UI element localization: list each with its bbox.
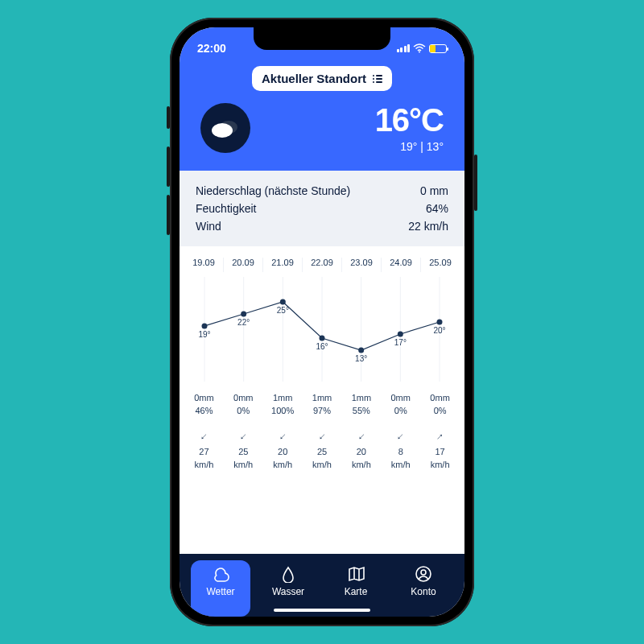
- forecast-precipitation: 0mm46%0mm0%1mm100%1mm97%1mm55%0mm0%0mm0%: [184, 390, 460, 420]
- forecast-precip-col: 0mm46%: [184, 390, 224, 420]
- svg-point-25: [421, 570, 426, 575]
- svg-point-14: [280, 299, 286, 305]
- weather-stats: Niederschlag (nächste Stunde) 0 mm Feuch…: [180, 171, 464, 246]
- svg-text:20°: 20°: [433, 326, 445, 335]
- weather-header: Aktueller Standort 16°C 19° | 13°: [180, 61, 464, 171]
- phone-frame: 22:00 Aktueller Standort: [170, 18, 474, 626]
- stat-row-precip: Niederschlag (nächste Stunde) 0 mm: [196, 182, 448, 200]
- tab-wetter[interactable]: Wetter: [191, 560, 250, 617]
- forecast-wind-col: ↑20km/h: [263, 427, 303, 474]
- svg-text:19°: 19°: [198, 330, 210, 339]
- wind-direction-icon: ↑: [275, 429, 290, 444]
- svg-text:16°: 16°: [316, 342, 328, 351]
- tab-bar: WetterWasserKarteKonto: [180, 554, 464, 617]
- tab-label: Karte: [345, 586, 368, 597]
- wind-direction-icon: ↑: [394, 429, 408, 444]
- forecast-wind-col: ↑25km/h: [224, 427, 263, 474]
- wind-direction-icon: ↑: [354, 429, 369, 444]
- tab-konto[interactable]: Konto: [394, 560, 453, 617]
- forecast-date: 25.09: [421, 258, 460, 272]
- home-indicator[interactable]: [274, 609, 370, 612]
- forecast-temperature-chart: 19°22°25°16°13°17°20°: [184, 277, 460, 382]
- stat-value: 0 mm: [420, 184, 448, 197]
- svg-point-2: [212, 123, 233, 138]
- forecast-date: 19.09: [184, 258, 224, 272]
- stat-label: Wind: [196, 220, 221, 233]
- karte-icon: [347, 565, 365, 583]
- svg-point-20: [398, 332, 403, 337]
- forecast-wind-col: ↑25km/h: [303, 427, 342, 474]
- forecast-precip-col: 1mm100%: [263, 390, 303, 420]
- wind-direction-icon: ↑: [433, 429, 448, 444]
- status-time: 22:00: [197, 42, 226, 55]
- svg-point-16: [320, 336, 325, 341]
- svg-point-12: [241, 312, 246, 317]
- stat-value: 64%: [426, 202, 448, 215]
- wasser-icon: [279, 565, 297, 583]
- forecast-panel: 19.0920.0921.0922.0923.0924.0925.09 19°2…: [180, 246, 464, 554]
- forecast-wind-col: ↑17km/h: [420, 427, 460, 474]
- svg-point-0: [419, 52, 420, 53]
- forecast-wind: ↑27km/h↑25km/h↑20km/h↑25km/h↑20km/h↑8km/…: [184, 427, 460, 474]
- list-icon: [373, 75, 382, 83]
- screen: 22:00 Aktueller Standort: [180, 27, 464, 617]
- temperature-range: 19° | 13°: [375, 140, 444, 153]
- svg-point-22: [437, 320, 443, 325]
- forecast-date: 21.09: [263, 258, 303, 272]
- location-selector-button[interactable]: Aktueller Standort: [252, 66, 392, 91]
- location-label: Aktueller Standort: [262, 72, 366, 85]
- forecast-precip-col: 0mm0%: [381, 390, 420, 420]
- wind-direction-icon: ↑: [315, 429, 329, 444]
- konto-icon: [415, 565, 432, 583]
- forecast-precip-col: 1mm55%: [341, 390, 381, 420]
- forecast-precip-col: 0mm0%: [420, 390, 460, 420]
- tab-label: Wetter: [206, 586, 234, 597]
- stat-row-wind: Wind 22 km/h: [196, 217, 448, 235]
- forecast-date: 22.09: [303, 258, 342, 272]
- svg-text:13°: 13°: [355, 354, 367, 363]
- svg-text:25°: 25°: [277, 306, 289, 315]
- forecast-date: 20.09: [224, 258, 263, 272]
- tab-label: Wasser: [272, 586, 304, 597]
- forecast-precip-col: 1mm97%: [303, 390, 342, 420]
- weather-condition-icon: [200, 103, 250, 153]
- tab-label: Konto: [411, 586, 436, 597]
- forecast-wind-col: ↑8km/h: [381, 427, 420, 474]
- forecast-date: 23.09: [342, 258, 382, 272]
- stat-label: Niederschlag (nächste Stunde): [196, 184, 350, 197]
- notch: [254, 27, 390, 50]
- stat-value: 22 km/h: [408, 220, 448, 233]
- stat-label: Feuchtigkeit: [196, 202, 256, 215]
- svg-point-18: [358, 348, 364, 353]
- forecast-wind-col: ↑27km/h: [184, 427, 224, 474]
- stat-row-humidity: Feuchtigkeit 64%: [196, 200, 448, 217]
- svg-text:22°: 22°: [237, 318, 250, 327]
- wetter-icon: [212, 565, 229, 583]
- forecast-precip-col: 0mm0%: [224, 390, 263, 420]
- current-temperature: 16°C: [375, 102, 444, 138]
- svg-point-10: [202, 324, 208, 329]
- forecast-date: 24.09: [382, 258, 421, 272]
- forecast-dates: 19.0920.0921.0922.0923.0924.0925.09: [184, 258, 460, 272]
- svg-text:17°: 17°: [394, 338, 407, 347]
- wind-direction-icon: ↑: [196, 429, 211, 444]
- forecast-wind-col: ↑20km/h: [341, 427, 381, 474]
- wifi-icon: [413, 43, 426, 53]
- wind-direction-icon: ↑: [236, 429, 250, 444]
- signal-icon: [397, 44, 411, 52]
- battery-icon: [429, 44, 447, 53]
